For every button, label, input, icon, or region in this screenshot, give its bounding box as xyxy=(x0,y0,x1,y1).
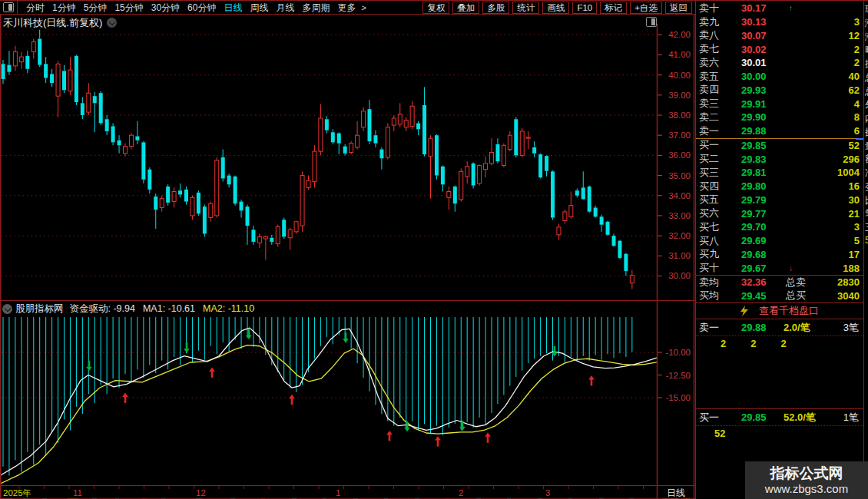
level-volume: 16 xyxy=(797,180,863,192)
level-volume: 1004 xyxy=(797,167,863,178)
price-axis-labels: 42.0041.0040.0039.0038.0037.0036.0035.00… xyxy=(658,30,691,280)
tool-button-4[interactable]: 画线 xyxy=(542,2,569,14)
tool-button-7[interactable]: +自选 xyxy=(630,2,662,14)
buy-level-row[interactable]: 买八29.695 xyxy=(696,234,863,248)
level-label: 买八 xyxy=(696,234,730,248)
sell-level-row[interactable]: 卖三29.914 xyxy=(696,97,863,111)
svg-text:41.00: 41.00 xyxy=(668,50,691,59)
level-label: 卖七 xyxy=(696,42,730,56)
buy-level-row[interactable]: 买三29.811004 xyxy=(696,166,863,180)
level-volume: 4 xyxy=(797,98,863,110)
buy-level-row[interactable]: 买七29.703 xyxy=(696,220,863,234)
period-tab-5[interactable]: 60分钟 xyxy=(187,2,216,13)
period-tab-7[interactable]: 周线 xyxy=(250,2,268,13)
level-volume: 12 xyxy=(797,30,863,41)
svg-text:34.00: 34.00 xyxy=(668,191,691,200)
period-tab-1[interactable]: 1分钟 xyxy=(52,2,76,13)
detail-buy-row[interactable]: 买一 29.85 52.0/笔 1笔 xyxy=(696,409,863,425)
buy-level-row[interactable]: 买六29.7721 xyxy=(696,207,863,220)
svg-text:1: 1 xyxy=(336,488,340,497)
level-price: 30.02 xyxy=(741,44,789,55)
signal-arrows xyxy=(86,329,595,446)
indicator-ma2-label: MA2: -11.10 xyxy=(203,303,254,314)
level-volume: 2 xyxy=(797,57,863,68)
tool-button-1[interactable]: 叠加 xyxy=(452,2,479,14)
svg-text:39.00: 39.00 xyxy=(668,91,691,100)
clipped-label: 内 xyxy=(865,112,868,125)
buy-level-row[interactable]: 买二29.83296 xyxy=(696,152,863,166)
level-label: 买三 xyxy=(696,166,730,180)
clipped-info-column: 现涨涨昨振总总外内换量额净委比笔三5 xyxy=(863,1,868,499)
period-tab-0[interactable]: 分时 xyxy=(26,2,45,13)
layout-pane-icon[interactable] xyxy=(3,2,14,12)
level-price: 29.79 xyxy=(741,194,789,206)
buy-level-row[interactable]: 买五29.7930 xyxy=(696,193,863,207)
level-price: 29.77 xyxy=(741,208,789,220)
period-tab-10[interactable]: 更多 xyxy=(337,2,356,13)
clipped-label: 额 xyxy=(865,153,868,166)
svg-text:32.00: 32.00 xyxy=(668,231,691,240)
avg-cell: 3040 xyxy=(806,290,863,302)
clipped-label: 涨 xyxy=(865,17,868,30)
sell-level-row[interactable]: 卖七30.022 xyxy=(696,42,863,56)
split-pane-icon[interactable] xyxy=(646,17,657,27)
level-price: 29.91 xyxy=(741,98,789,110)
buy-level-row[interactable]: 买四29.8016 xyxy=(696,180,863,193)
svg-text:-12.50: -12.50 xyxy=(665,371,691,380)
queue-order-size: 2 xyxy=(750,338,756,349)
avg-row: 买均29.45总买3040 xyxy=(696,289,863,303)
period-tab-2[interactable]: 5分钟 xyxy=(84,2,108,13)
mid-price-separator xyxy=(696,138,863,139)
sell-level-row[interactable]: 卖四29.9362 xyxy=(696,84,863,97)
detail-sell-row[interactable]: 卖一 29.88 2.0/笔 3笔 xyxy=(696,319,863,335)
buy-level-row[interactable]: 买一29.8552 xyxy=(696,139,863,153)
level-volume: 3 xyxy=(797,221,863,233)
price-gridlines xyxy=(2,35,656,276)
sell-level-row[interactable]: 卖二29.908 xyxy=(696,111,863,124)
date-axis: 2025年1112123 xyxy=(3,486,644,497)
svg-text:38.00: 38.00 xyxy=(668,111,691,120)
clipped-label: 净 xyxy=(865,167,868,180)
detail-buy-price: 29.85 xyxy=(741,411,784,423)
indicator-site-label: 股朋指标网 xyxy=(15,302,64,316)
level-price: 29.83 xyxy=(741,154,789,165)
tool-button-5[interactable]: F10 xyxy=(572,2,597,14)
scroll-up-icon[interactable]: ↑ xyxy=(789,4,797,12)
sell-level-row[interactable]: 卖九30.133 xyxy=(696,15,863,29)
level-volume: 40 xyxy=(797,71,863,82)
level-price: 29.69 xyxy=(741,235,789,246)
level-label: 卖五 xyxy=(696,70,730,84)
title-chevron-down-icon[interactable] xyxy=(107,18,117,28)
sell-level-row[interactable]: 卖六30.012 xyxy=(696,56,863,70)
tool-button-6[interactable]: 标记 xyxy=(600,2,627,14)
level-label: 买五 xyxy=(696,193,730,207)
indicator-header: 股朋指标网 资金驱动: -9.94 MA1: -10.61 MA2: -11.1… xyxy=(0,302,657,316)
buy-level-row[interactable]: 买九29.6817 xyxy=(696,248,863,262)
tool-button-3[interactable]: 统计 xyxy=(512,2,539,14)
period-tab-8[interactable]: 月线 xyxy=(276,2,294,13)
clipped-label: 外 xyxy=(865,98,868,111)
tool-button-0[interactable]: 复权 xyxy=(422,2,449,14)
buy-level-row[interactable]: 买十29.67↓188 xyxy=(696,261,863,275)
sell-level-row[interactable]: 卖十30.17↑ xyxy=(696,2,863,15)
indicator-chevron-down-icon[interactable] xyxy=(2,304,12,314)
indicator-ma1-label: MA1: -10.61 xyxy=(143,303,195,314)
period-tab-3[interactable]: 15分钟 xyxy=(114,2,143,13)
more-chevron-icon[interactable]: > xyxy=(361,3,366,12)
tool-button-8[interactable]: 返回 xyxy=(665,2,692,14)
level-price: 29.88 xyxy=(741,125,789,137)
level2-link-row[interactable]: 查看千档盘口 xyxy=(696,302,863,319)
scroll-down-icon[interactable]: ↓ xyxy=(789,264,797,273)
period-tab-6[interactable]: 日线 xyxy=(224,2,242,13)
sell-queue-orders: 222 xyxy=(696,336,863,350)
sell-level-row[interactable]: 卖一29.886 xyxy=(696,124,863,138)
sell-level-row[interactable]: 卖五30.0040 xyxy=(696,70,863,84)
sell-level-row[interactable]: 卖八30.0712 xyxy=(696,29,863,43)
fund-indicator-bars xyxy=(3,317,632,475)
svg-text:33.00: 33.00 xyxy=(668,211,691,220)
tool-button-2[interactable]: 多股 xyxy=(482,2,509,14)
period-tab-4[interactable]: 30分钟 xyxy=(151,2,180,13)
buy-queue: 买一29.8552买二29.83296买三29.811004买四29.8016买… xyxy=(696,139,863,276)
period-tab-9[interactable]: 多周期 xyxy=(302,2,330,13)
chart-svg[interactable]: 42.0041.0040.0039.0038.0037.0036.0035.00… xyxy=(0,15,695,499)
